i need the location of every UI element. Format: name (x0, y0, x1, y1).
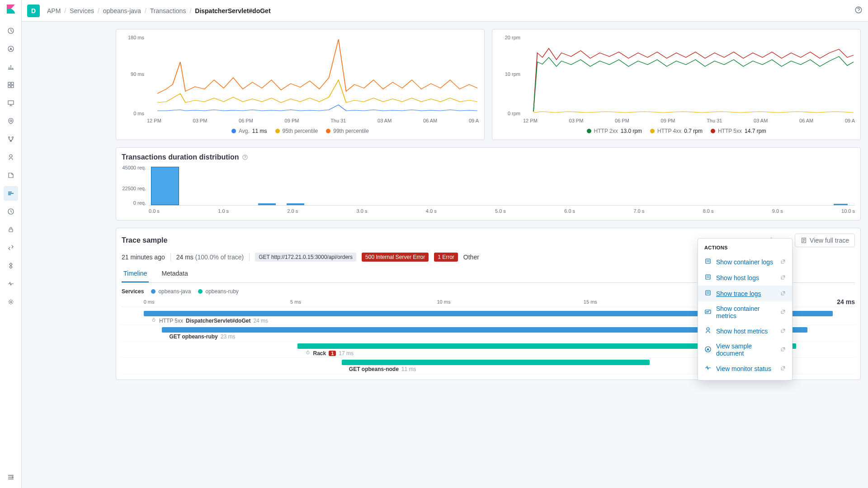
x-tick: 10.0 s (841, 208, 855, 214)
error-badge[interactable]: 1 Error (434, 253, 458, 262)
svg-point-7 (10, 120, 12, 122)
popover-item[interactable]: View monitor status (698, 361, 792, 376)
actions-popover: ACTIONS Show container logsShow host log… (698, 238, 793, 380)
span-label: Rack117 ms (305, 350, 354, 357)
status-badge: 500 Internal Server Error (362, 253, 429, 262)
action-icon (704, 308, 712, 317)
trace-sample-panel: Trace sample Actions View full trace 21 … (116, 228, 861, 380)
x-tick: 03 AM (754, 118, 768, 123)
dev-tools-icon[interactable] (4, 240, 18, 255)
x-tick: 09 A (469, 118, 479, 123)
external-link-icon (780, 258, 786, 266)
metrics-icon[interactable] (4, 150, 18, 164)
x-tick: 06 AM (799, 118, 813, 123)
scale-tick: 0 ms (144, 299, 155, 305)
popover-item[interactable]: Show host metrics (698, 323, 792, 339)
popover-item[interactable]: Show container logs (698, 254, 792, 270)
y-tick: 20 rpm (505, 35, 520, 40)
action-icon (704, 327, 712, 335)
legend-99p[interactable]: 99th percentile (326, 128, 369, 134)
siem-icon[interactable] (4, 222, 18, 237)
action-icon (704, 273, 712, 282)
dist-bar[interactable] (834, 204, 848, 205)
external-link-icon (780, 274, 786, 282)
kibana-logo-icon[interactable] (5, 4, 16, 14)
legend-95p[interactable]: 95th percentile (275, 128, 318, 134)
span-label: GET opbeans-ruby23 ms (169, 333, 235, 340)
service-ruby[interactable]: opbeans-ruby (198, 288, 238, 295)
tab-timeline[interactable]: Timeline (122, 265, 149, 282)
uptime-icon[interactable] (4, 204, 18, 219)
visualize-icon[interactable] (4, 60, 18, 74)
legend-avg[interactable]: Avg. 11 ms (231, 128, 267, 134)
breadcrumb-current: DispatcherServlet#doGet (195, 7, 270, 14)
legend-4xx[interactable]: HTTP 4xx 0.7 rpm (650, 128, 703, 134)
x-tick: 03 AM (377, 118, 392, 123)
x-tick: 0.0 s (149, 208, 160, 214)
ml-icon[interactable] (4, 132, 18, 146)
svg-rect-20 (706, 291, 710, 295)
breadcrumb-services[interactable]: Services (70, 7, 94, 14)
popover-item[interactable]: Show container metrics (698, 301, 792, 323)
x-tick: Thu 31 (707, 118, 722, 123)
x-tick: 1.0 s (218, 208, 229, 214)
dashboard-icon[interactable] (4, 78, 18, 92)
x-tick: 2.0 s (287, 208, 298, 214)
service-java[interactable]: opbeans-java (151, 288, 191, 295)
x-tick: 12 PM (147, 118, 161, 123)
y-tick: 0 rpm (508, 111, 520, 116)
distribution-chart[interactable]: 45000 req. 22500 req. 0 req. 0.0 s1.0 s2… (122, 165, 855, 215)
logs-icon[interactable] (4, 168, 18, 183)
y-tick: 180 ms (128, 35, 144, 40)
breadcrumb: APM/ Services/ opbeans-java/ Transaction… (47, 7, 271, 14)
maps-icon[interactable] (4, 114, 18, 128)
header: D APM/ Services/ opbeans-java/ Transacti… (22, 0, 868, 22)
legend-2xx[interactable]: HTTP 2xx 13.0 rpm (587, 128, 642, 134)
x-tick: 3.0 s (357, 208, 368, 214)
apm-icon[interactable] (4, 186, 18, 201)
distribution-panel: Transactions duration distribution 45000… (116, 147, 861, 221)
space-badge[interactable]: D (27, 5, 40, 17)
discover-icon[interactable] (4, 42, 18, 56)
y-tick: 90 ms (131, 71, 144, 77)
management-icon[interactable] (4, 295, 18, 309)
duration-chart[interactable]: 180 ms 90 ms 0 ms (122, 35, 479, 116)
stack-mon-icon[interactable] (4, 258, 18, 273)
dist-bar[interactable] (258, 203, 276, 205)
scale-tick: 15 ms (584, 299, 597, 305)
distribution-title: Transactions duration distribution (122, 153, 239, 161)
trace-sample-title: Trace sample (122, 236, 167, 244)
canvas-icon[interactable] (4, 96, 18, 110)
action-icon (704, 258, 712, 266)
legend-5xx[interactable]: HTTP 5xx 14.7 rpm (711, 128, 766, 134)
popover-item[interactable]: Show host logs (698, 270, 792, 286)
services-label: Services (122, 288, 144, 295)
popover-item[interactable]: Show trace logs (698, 286, 792, 301)
external-link-icon (780, 328, 786, 335)
breadcrumb-apm[interactable]: APM (47, 7, 61, 14)
x-tick: 12 PM (523, 118, 538, 123)
external-link-icon (780, 290, 786, 297)
collapse-icon[interactable] (4, 470, 18, 484)
http-badge: GET http://172.21.0.15:3000/api/orders (255, 253, 356, 262)
dist-bar[interactable] (151, 167, 179, 205)
dist-bar[interactable] (287, 203, 304, 205)
breadcrumb-transactions[interactable]: Transactions (150, 7, 186, 14)
popover-item[interactable]: View sample document (698, 339, 792, 361)
svg-rect-6 (8, 101, 14, 104)
view-full-trace-button[interactable]: View full trace (795, 234, 855, 247)
x-tick: 03 PM (569, 118, 584, 123)
svg-rect-2 (8, 82, 10, 84)
tab-metadata[interactable]: Metadata (160, 265, 189, 282)
breadcrumb-service-name[interactable]: opbeans-java (103, 7, 141, 14)
y-tick: 0 ms (133, 111, 144, 116)
error-count-badge: 1 (329, 351, 336, 356)
help-icon[interactable] (242, 154, 248, 160)
recent-icon[interactable] (4, 23, 18, 38)
help-icon[interactable] (854, 6, 863, 15)
document-icon (801, 237, 807, 244)
heartbeat-icon[interactable] (4, 277, 18, 291)
svg-rect-5 (11, 85, 14, 88)
rpm-chart[interactable]: 20 rpm 10 rpm 0 rpm (498, 35, 855, 116)
span-bar (342, 360, 650, 365)
